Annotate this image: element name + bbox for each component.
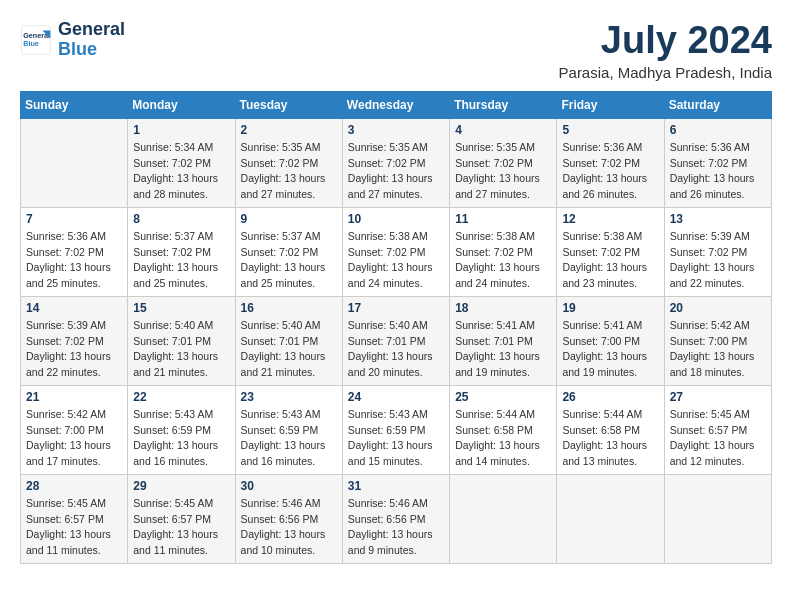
day-number: 29 [133,479,229,493]
day-number: 30 [241,479,337,493]
calendar-cell: 29Sunrise: 5:45 AM Sunset: 6:57 PM Dayli… [128,474,235,563]
calendar-cell: 31Sunrise: 5:46 AM Sunset: 6:56 PM Dayli… [342,474,449,563]
day-number: 19 [562,301,658,315]
day-info: Sunrise: 5:42 AM Sunset: 7:00 PM Dayligh… [26,407,122,470]
calendar-cell: 4Sunrise: 5:35 AM Sunset: 7:02 PM Daylig… [450,118,557,207]
day-info: Sunrise: 5:45 AM Sunset: 6:57 PM Dayligh… [26,496,122,559]
day-number: 20 [670,301,766,315]
day-number: 17 [348,301,444,315]
calendar-cell: 1Sunrise: 5:34 AM Sunset: 7:02 PM Daylig… [128,118,235,207]
svg-text:Blue: Blue [23,39,39,48]
calendar-cell: 28Sunrise: 5:45 AM Sunset: 6:57 PM Dayli… [21,474,128,563]
day-number: 3 [348,123,444,137]
weekday-header-saturday: Saturday [664,91,771,118]
title-block: July 2024 Parasia, Madhya Pradesh, India [559,20,772,81]
weekday-header-sunday: Sunday [21,91,128,118]
calendar-cell [557,474,664,563]
day-info: Sunrise: 5:39 AM Sunset: 7:02 PM Dayligh… [670,229,766,292]
day-info: Sunrise: 5:34 AM Sunset: 7:02 PM Dayligh… [133,140,229,203]
day-info: Sunrise: 5:44 AM Sunset: 6:58 PM Dayligh… [455,407,551,470]
weekday-header-friday: Friday [557,91,664,118]
day-info: Sunrise: 5:37 AM Sunset: 7:02 PM Dayligh… [241,229,337,292]
logo: General Blue General Blue [20,20,125,60]
calendar-cell: 6Sunrise: 5:36 AM Sunset: 7:02 PM Daylig… [664,118,771,207]
calendar-cell: 23Sunrise: 5:43 AM Sunset: 6:59 PM Dayli… [235,385,342,474]
calendar-cell: 7Sunrise: 5:36 AM Sunset: 7:02 PM Daylig… [21,207,128,296]
calendar-cell [664,474,771,563]
calendar-cell: 8Sunrise: 5:37 AM Sunset: 7:02 PM Daylig… [128,207,235,296]
day-number: 14 [26,301,122,315]
day-number: 16 [241,301,337,315]
weekday-header-wednesday: Wednesday [342,91,449,118]
week-row-5: 28Sunrise: 5:45 AM Sunset: 6:57 PM Dayli… [21,474,772,563]
day-number: 31 [348,479,444,493]
calendar-cell: 10Sunrise: 5:38 AM Sunset: 7:02 PM Dayli… [342,207,449,296]
day-info: Sunrise: 5:41 AM Sunset: 7:01 PM Dayligh… [455,318,551,381]
day-info: Sunrise: 5:36 AM Sunset: 7:02 PM Dayligh… [670,140,766,203]
day-info: Sunrise: 5:36 AM Sunset: 7:02 PM Dayligh… [26,229,122,292]
day-info: Sunrise: 5:44 AM Sunset: 6:58 PM Dayligh… [562,407,658,470]
month-title: July 2024 [559,20,772,62]
logo-icon: General Blue [20,24,52,56]
calendar-cell: 21Sunrise: 5:42 AM Sunset: 7:00 PM Dayli… [21,385,128,474]
day-number: 1 [133,123,229,137]
calendar-cell: 25Sunrise: 5:44 AM Sunset: 6:58 PM Dayli… [450,385,557,474]
day-number: 26 [562,390,658,404]
day-info: Sunrise: 5:35 AM Sunset: 7:02 PM Dayligh… [455,140,551,203]
calendar-cell: 14Sunrise: 5:39 AM Sunset: 7:02 PM Dayli… [21,296,128,385]
day-number: 9 [241,212,337,226]
weekday-header-row: SundayMondayTuesdayWednesdayThursdayFrid… [21,91,772,118]
day-info: Sunrise: 5:46 AM Sunset: 6:56 PM Dayligh… [348,496,444,559]
day-number: 13 [670,212,766,226]
week-row-4: 21Sunrise: 5:42 AM Sunset: 7:00 PM Dayli… [21,385,772,474]
location: Parasia, Madhya Pradesh, India [559,64,772,81]
day-number: 23 [241,390,337,404]
calendar-cell: 27Sunrise: 5:45 AM Sunset: 6:57 PM Dayli… [664,385,771,474]
day-info: Sunrise: 5:45 AM Sunset: 6:57 PM Dayligh… [670,407,766,470]
day-info: Sunrise: 5:36 AM Sunset: 7:02 PM Dayligh… [562,140,658,203]
page-header: General Blue General Blue July 2024 Para… [20,20,772,81]
day-info: Sunrise: 5:35 AM Sunset: 7:02 PM Dayligh… [348,140,444,203]
day-info: Sunrise: 5:43 AM Sunset: 6:59 PM Dayligh… [241,407,337,470]
day-number: 2 [241,123,337,137]
calendar-cell: 30Sunrise: 5:46 AM Sunset: 6:56 PM Dayli… [235,474,342,563]
week-row-1: 1Sunrise: 5:34 AM Sunset: 7:02 PM Daylig… [21,118,772,207]
week-row-2: 7Sunrise: 5:36 AM Sunset: 7:02 PM Daylig… [21,207,772,296]
day-number: 15 [133,301,229,315]
calendar-cell: 15Sunrise: 5:40 AM Sunset: 7:01 PM Dayli… [128,296,235,385]
calendar-cell: 12Sunrise: 5:38 AM Sunset: 7:02 PM Dayli… [557,207,664,296]
day-info: Sunrise: 5:38 AM Sunset: 7:02 PM Dayligh… [562,229,658,292]
day-number: 21 [26,390,122,404]
day-info: Sunrise: 5:40 AM Sunset: 7:01 PM Dayligh… [348,318,444,381]
day-number: 8 [133,212,229,226]
day-number: 4 [455,123,551,137]
day-info: Sunrise: 5:38 AM Sunset: 7:02 PM Dayligh… [455,229,551,292]
day-info: Sunrise: 5:43 AM Sunset: 6:59 PM Dayligh… [133,407,229,470]
day-number: 24 [348,390,444,404]
calendar-cell: 24Sunrise: 5:43 AM Sunset: 6:59 PM Dayli… [342,385,449,474]
calendar-cell: 9Sunrise: 5:37 AM Sunset: 7:02 PM Daylig… [235,207,342,296]
week-row-3: 14Sunrise: 5:39 AM Sunset: 7:02 PM Dayli… [21,296,772,385]
day-number: 28 [26,479,122,493]
day-info: Sunrise: 5:40 AM Sunset: 7:01 PM Dayligh… [241,318,337,381]
calendar-cell: 22Sunrise: 5:43 AM Sunset: 6:59 PM Dayli… [128,385,235,474]
weekday-header-monday: Monday [128,91,235,118]
day-number: 22 [133,390,229,404]
calendar-cell: 26Sunrise: 5:44 AM Sunset: 6:58 PM Dayli… [557,385,664,474]
calendar-cell: 18Sunrise: 5:41 AM Sunset: 7:01 PM Dayli… [450,296,557,385]
calendar-cell [450,474,557,563]
day-info: Sunrise: 5:42 AM Sunset: 7:00 PM Dayligh… [670,318,766,381]
calendar-cell: 16Sunrise: 5:40 AM Sunset: 7:01 PM Dayli… [235,296,342,385]
day-number: 5 [562,123,658,137]
day-number: 10 [348,212,444,226]
day-info: Sunrise: 5:38 AM Sunset: 7:02 PM Dayligh… [348,229,444,292]
day-number: 25 [455,390,551,404]
day-number: 27 [670,390,766,404]
calendar-cell: 19Sunrise: 5:41 AM Sunset: 7:00 PM Dayli… [557,296,664,385]
calendar-cell: 13Sunrise: 5:39 AM Sunset: 7:02 PM Dayli… [664,207,771,296]
day-number: 11 [455,212,551,226]
day-info: Sunrise: 5:46 AM Sunset: 6:56 PM Dayligh… [241,496,337,559]
calendar-cell: 3Sunrise: 5:35 AM Sunset: 7:02 PM Daylig… [342,118,449,207]
weekday-header-thursday: Thursday [450,91,557,118]
day-number: 12 [562,212,658,226]
